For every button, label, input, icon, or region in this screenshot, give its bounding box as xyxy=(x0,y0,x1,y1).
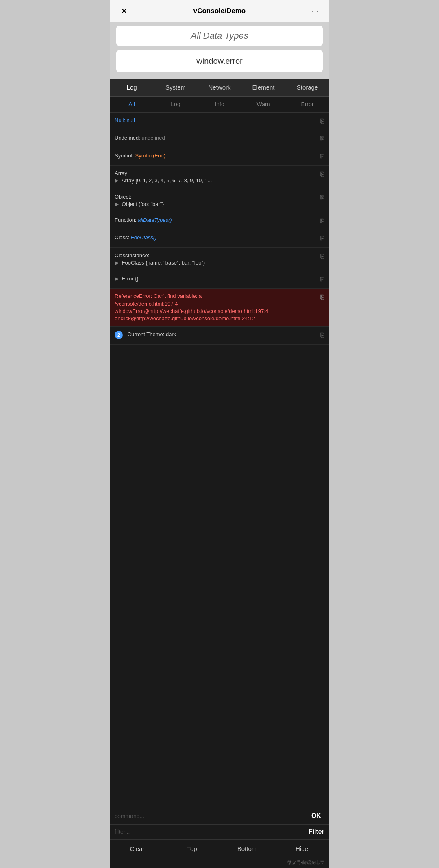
tab-element[interactable]: Element xyxy=(241,79,285,96)
subtab-all[interactable]: All xyxy=(110,97,154,112)
class-value: FooClass() xyxy=(131,234,157,241)
log-text: 2 Current Theme: dark xyxy=(115,331,317,339)
subtab-error[interactable]: Error xyxy=(285,97,329,112)
copy-button[interactable]: ⎘ xyxy=(320,152,324,161)
copy-button[interactable]: ⎘ xyxy=(320,193,324,202)
expand-arrow[interactable]: ▶ xyxy=(115,201,119,207)
copy-button[interactable]: ⎘ xyxy=(320,331,324,340)
watermark: 微众号·前端充电宝 xyxy=(110,858,329,868)
log-text: Function: allDataTypes() xyxy=(115,216,317,224)
top-bar: ✕ vConsole/Demo ··· xyxy=(110,0,329,22)
window-error-button[interactable]: window.error xyxy=(116,50,323,72)
log-text-error: ReferenceError: Can't find variable: a /… xyxy=(115,293,317,322)
log-row: Undefined: undefined ⎘ xyxy=(110,130,329,148)
subtab-log[interactable]: Log xyxy=(154,97,198,112)
main-tab-bar: Log System Network Element Storage xyxy=(110,79,329,97)
ok-button[interactable]: OK xyxy=(308,811,324,821)
expand-arrow[interactable]: ▶ xyxy=(115,275,119,282)
log-text: ▶ Error {} xyxy=(115,275,317,282)
log-row-error: ReferenceError: Can't find variable: a /… xyxy=(110,289,329,327)
expand-arrow[interactable]: ▶ xyxy=(115,260,119,266)
copy-button[interactable]: ⎘ xyxy=(320,252,324,261)
vconsole-panel: Log System Network Element Storage All L… xyxy=(110,79,329,868)
log-row: Function: allDataTypes() ⎘ xyxy=(110,212,329,230)
log-text: Undefined: undefined xyxy=(115,134,317,142)
command-input[interactable] xyxy=(115,813,308,819)
demo-area: All Data Types window.error xyxy=(110,22,329,79)
copy-button[interactable]: ⎘ xyxy=(320,170,324,179)
tab-network[interactable]: Network xyxy=(198,79,241,96)
function-value: allDataTypes() xyxy=(138,217,172,223)
clear-button[interactable]: Clear xyxy=(110,840,165,858)
demo-title: All Data Types xyxy=(116,26,323,46)
log-row: Null: null ⎘ xyxy=(110,113,329,130)
subtab-info[interactable]: Info xyxy=(198,97,241,112)
sub-tab-bar: All Log Info Warn Error xyxy=(110,97,329,113)
undefined-value: undefined xyxy=(142,135,165,141)
tab-log[interactable]: Log xyxy=(110,79,154,96)
copy-button[interactable]: ⎘ xyxy=(320,293,324,302)
symbol-value: Symbol(Foo) xyxy=(135,153,165,159)
badge: 2 xyxy=(115,331,123,339)
copy-button[interactable]: ⎘ xyxy=(320,275,324,284)
close-button[interactable]: ✕ xyxy=(118,6,130,16)
hide-button[interactable]: Hide xyxy=(274,840,329,858)
log-row: Object: ▶ Object {foo: "bar"} ⎘ xyxy=(110,189,329,212)
copy-button[interactable]: ⎘ xyxy=(320,134,324,143)
log-row: ▶ Error {} ⎘ xyxy=(110,271,329,289)
subtab-warn[interactable]: Warn xyxy=(241,97,285,112)
log-row-theme: 2 Current Theme: dark ⎘ xyxy=(110,327,329,344)
log-text: Null: null xyxy=(115,117,317,124)
copy-button[interactable]: ⎘ xyxy=(320,216,324,225)
command-row: OK xyxy=(110,807,329,825)
page-title: vConsole/Demo xyxy=(130,7,309,15)
tab-storage[interactable]: Storage xyxy=(285,79,329,96)
expand-arrow[interactable]: ▶ xyxy=(115,177,119,184)
log-text: Symbol: Symbol(Foo) xyxy=(115,152,317,160)
log-row: ClassInstance: ▶ FooClass {name: "base",… xyxy=(110,248,329,271)
log-row: Class: FooClass() ⎘ xyxy=(110,230,329,247)
command-area: OK Filter xyxy=(110,807,329,839)
null-label: Null: null xyxy=(115,117,135,123)
copy-button[interactable]: ⎘ xyxy=(320,117,324,126)
filter-row: Filter xyxy=(110,825,329,839)
more-button[interactable]: ··· xyxy=(309,7,321,16)
filter-input[interactable] xyxy=(115,829,309,835)
log-text: Array: ▶ Array [0, 1, 2, 3, 4, 5, 6, 7, … xyxy=(115,170,317,184)
bottom-button[interactable]: Bottom xyxy=(220,840,274,858)
log-text: Class: FooClass() xyxy=(115,234,317,241)
log-row: Symbol: Symbol(Foo) ⎘ xyxy=(110,148,329,166)
log-text: Object: ▶ Object {foo: "bar"} xyxy=(115,193,317,208)
tab-system[interactable]: System xyxy=(154,79,198,96)
top-button[interactable]: Top xyxy=(165,840,220,858)
log-row: Array: ▶ Array [0, 1, 2, 3, 4, 5, 6, 7, … xyxy=(110,166,329,189)
log-content: Null: null ⎘ Undefined: undefined ⎘ Symb… xyxy=(110,113,329,807)
bottom-bar: Clear Top Bottom Hide xyxy=(110,839,329,858)
log-text: ClassInstance: ▶ FooClass {name: "base",… xyxy=(115,252,317,267)
copy-button[interactable]: ⎘ xyxy=(320,234,324,243)
filter-button[interactable]: Filter xyxy=(309,828,324,835)
